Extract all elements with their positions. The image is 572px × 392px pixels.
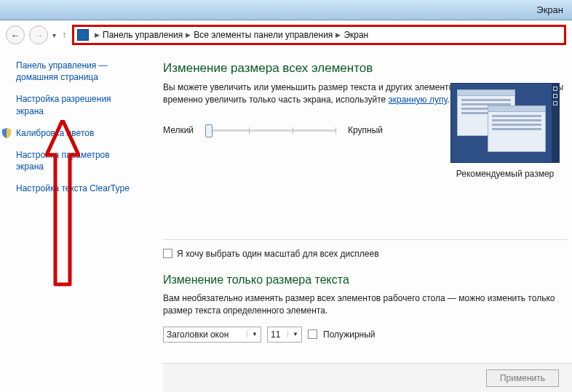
sidebar-item-color-calibration[interactable]: Калибровка цветов: [16, 127, 138, 139]
text-size-controls: Заголовки окон ▼ 11 ▼ Полужирный: [163, 327, 568, 343]
main-panel: Изменение размера всех элементов Вы може…: [147, 49, 572, 392]
heading-resize-all: Изменение размера всех элементов: [163, 61, 568, 76]
recommended-size-figure: Рекомендуемый размер: [447, 83, 563, 179]
slider-notch: [249, 127, 250, 134]
bc-all-items[interactable]: Все элементы панели управления: [194, 30, 333, 40]
single-scale-label: Я хочу выбрать один масштаб для всех дис…: [177, 249, 379, 259]
divider: [163, 239, 568, 240]
sidebar-item-home[interactable]: Панель управления — домашняя страница: [16, 60, 138, 83]
bold-label: Полужирный: [323, 329, 376, 340]
sidebar-item-cleartype[interactable]: Настройка текста ClearType: [16, 183, 138, 194]
single-scale-checkbox-row: Я хочу выбрать один масштаб для всех дис…: [163, 249, 568, 259]
slider-track: [205, 129, 336, 132]
shield-icon: [1, 128, 12, 138]
size-slider[interactable]: [205, 123, 336, 137]
sidebar: Панель управления — домашняя страница На…: [0, 49, 147, 392]
element-combo[interactable]: Заголовки окон ▼: [163, 327, 261, 343]
monitor-illustration-icon: [450, 83, 560, 163]
size-combo[interactable]: 11 ▼: [267, 327, 302, 343]
forward-button[interactable]: →: [29, 25, 48, 44]
breadcrumb[interactable]: ▶ Панель управления ▶ Все элементы панел…: [72, 25, 566, 45]
bc-control-panel[interactable]: Панель управления: [103, 30, 183, 40]
bc-display[interactable]: Экран: [343, 30, 368, 40]
slider-notch: [293, 127, 293, 134]
address-bar-row: ← → ▾ ↑ ▶ Панель управления ▶ Все элемен…: [0, 20, 572, 49]
bold-checkbox[interactable]: [308, 329, 317, 339]
text-only-description: Вам необязательно изменять размер всех э…: [163, 292, 568, 318]
back-button[interactable]: ←: [6, 25, 25, 44]
up-button[interactable]: ↑: [60, 30, 68, 40]
chevron-down-icon: ▼: [247, 331, 258, 337]
sidebar-item-display-settings[interactable]: Настройка параметров экрана: [16, 149, 138, 172]
magnifier-link[interactable]: экранную лупу: [389, 95, 448, 105]
sidebar-item-resolution[interactable]: Настройка разрешения экрана: [16, 93, 138, 116]
recommended-caption: Рекомендуемый размер: [447, 169, 563, 179]
chevron-down-icon: ▼: [287, 331, 298, 337]
history-dropdown-icon[interactable]: ▾: [52, 31, 56, 39]
single-scale-checkbox[interactable]: [163, 249, 172, 258]
slider-thumb[interactable]: [205, 124, 212, 137]
window-title: Экран: [536, 4, 563, 15]
slider-max-label: Крупный: [348, 125, 383, 135]
slider-notch: [335, 127, 336, 134]
heading-text-only: Изменение только размера текста: [163, 273, 568, 287]
chevron-right-icon: ▶: [335, 31, 341, 39]
footer: Применить: [163, 363, 572, 392]
display-icon: [77, 29, 89, 41]
chevron-right-icon: ▶: [95, 31, 100, 39]
apply-button[interactable]: Применить: [486, 369, 559, 387]
chevron-right-icon: ▶: [186, 31, 191, 39]
title-bar: Экран: [0, 0, 572, 20]
slider-min-label: Мелкий: [163, 125, 194, 135]
